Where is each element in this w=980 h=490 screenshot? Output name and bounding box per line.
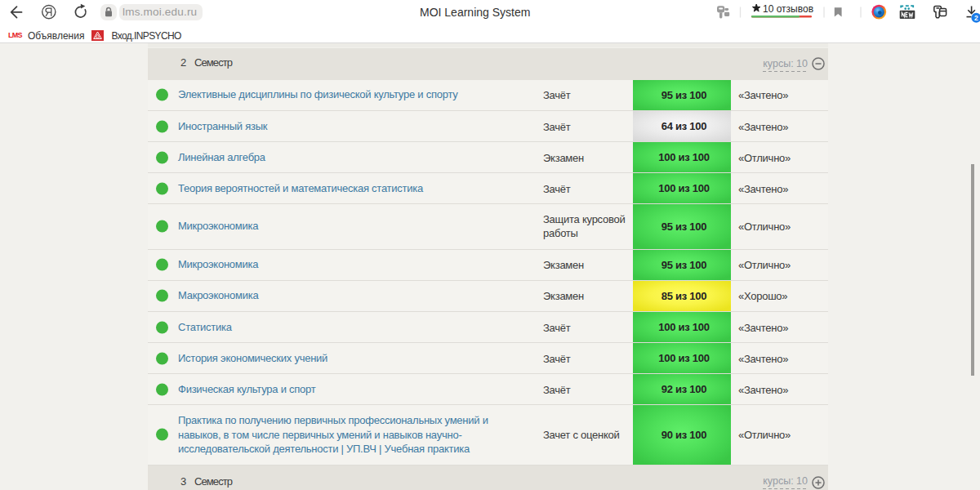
svg-text:2: 2 — [974, 14, 978, 22]
